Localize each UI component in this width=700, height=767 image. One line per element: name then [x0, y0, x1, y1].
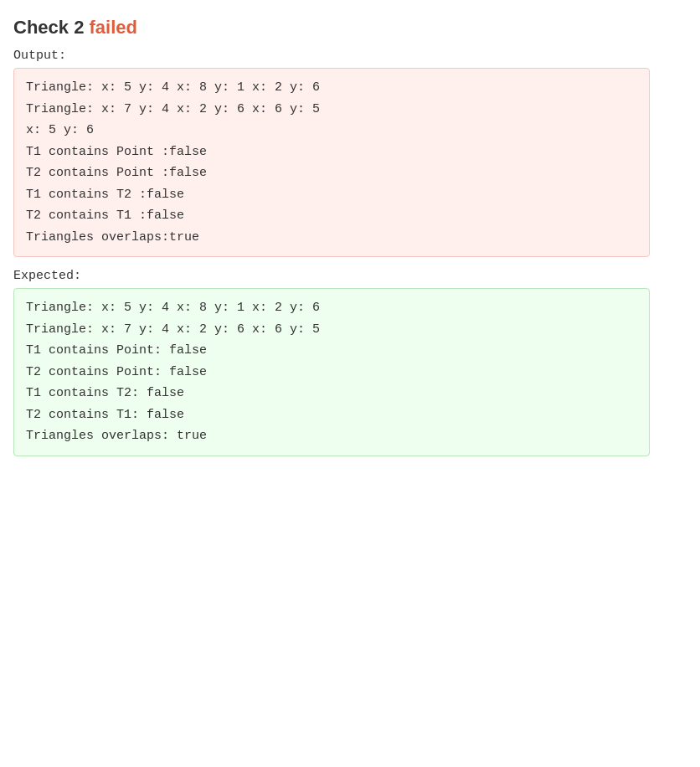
expected-line-2: Triangle: x: 7 y: 4 x: 2 y: 6 x: 6 y: 5: [26, 319, 637, 341]
check-number-text: Check 2: [13, 17, 84, 38]
expected-line-7: Triangles overlaps: true: [26, 425, 637, 447]
expected-line-6: T2 contains T1: false: [26, 404, 637, 426]
output-line-3: x: 5 y: 6: [26, 120, 637, 142]
expected-label: Expected:: [13, 269, 687, 283]
expected-block: Triangle: x: 5 y: 4 x: 8 y: 1 x: 2 y: 6 …: [13, 288, 650, 456]
expected-line-1: Triangle: x: 5 y: 4 x: 8 y: 1 x: 2 y: 6: [26, 297, 637, 319]
check-status-failed: failed: [90, 17, 137, 38]
output-line-1: Triangle: x: 5 y: 4 x: 8 y: 1 x: 2 y: 6: [26, 77, 637, 99]
check-title: Check 2 failed: [13, 13, 687, 39]
expected-line-4: T2 contains Point: false: [26, 362, 637, 384]
output-line-6: T1 contains T2 :false: [26, 184, 637, 206]
output-label: Output:: [13, 49, 687, 63]
output-line-4: T1 contains Point :false: [26, 142, 637, 163]
expected-line-5: T1 contains T2: false: [26, 383, 637, 404]
output-line-8: Triangles overlaps:true: [26, 227, 637, 249]
expected-line-3: T1 contains Point: false: [26, 340, 637, 362]
output-line-7: T2 contains T1 :false: [26, 205, 637, 227]
output-line-2: Triangle: x: 7 y: 4 x: 2 y: 6 x: 6 y: 5: [26, 99, 637, 121]
output-block: Triangle: x: 5 y: 4 x: 8 y: 1 x: 2 y: 6 …: [13, 68, 650, 257]
page-container: Check 2 failed Output: Triangle: x: 5 y:…: [0, 7, 700, 475]
output-line-5: T2 contains Point :false: [26, 162, 637, 184]
